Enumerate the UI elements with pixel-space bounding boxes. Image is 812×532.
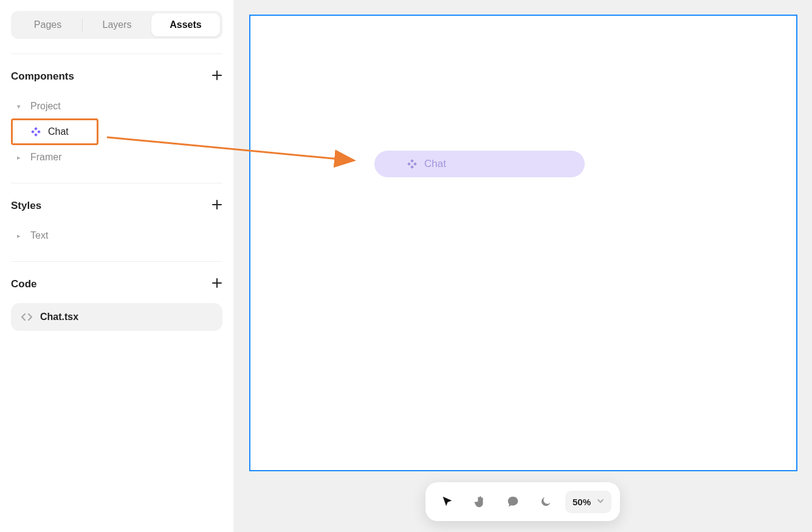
dark-mode-button[interactable] [532,488,559,515]
svg-rect-2 [31,130,35,134]
zoom-value: 50% [573,497,591,507]
hand-icon [473,495,487,508]
add-code-button[interactable] [212,276,222,292]
svg-rect-4 [410,159,414,163]
components-section: Components ▾ Project Chat ▸ [11,69,222,168]
tab-pages[interactable]: Pages [13,13,82,36]
svg-rect-0 [34,127,38,131]
tree-item-text[interactable]: ▸ Text [11,225,222,247]
tree-item-label: Project [30,101,61,112]
styles-section: Styles ▸ Text [11,183,222,247]
tree-item-label: Text [30,230,48,241]
caret-right-icon: ▸ [17,154,26,162]
code-section: Code Chat.tsx [11,261,222,331]
tree-item-project[interactable]: ▾ Project [11,95,222,117]
canvas-area[interactable]: Chat 50% [233,0,812,532]
component-icon [407,159,417,169]
moon-icon [539,495,552,508]
svg-rect-1 [34,133,38,137]
add-component-button[interactable] [212,69,222,84]
canvas-chat-component[interactable]: Chat [374,151,585,177]
canvas-frame[interactable]: Chat [249,15,797,471]
styles-section-title: Styles [11,200,41,212]
add-style-button[interactable] [212,198,222,214]
sidebar: Pages Layers Assets Components ▾ Project [0,0,233,532]
tab-assets[interactable]: Assets [151,13,220,36]
components-section-title: Components [11,70,74,83]
tree-item-framer[interactable]: ▸ Framer [11,146,222,168]
svg-rect-3 [37,130,41,134]
chevron-down-icon [597,497,604,506]
tab-layers[interactable]: Layers [83,13,151,36]
code-file-label: Chat.tsx [40,312,78,322]
component-icon [31,127,41,137]
code-section-title: Code [11,278,37,290]
caret-right-icon: ▸ [17,232,26,240]
plus-icon [212,278,222,288]
canvas-chat-label: Chat [424,158,446,170]
comment-tool-button[interactable] [500,488,526,515]
tree-item-label: Chat [48,126,69,137]
caret-down-icon: ▾ [17,103,26,111]
plus-icon [212,70,222,81]
cursor-tool-button[interactable] [434,488,461,515]
code-icon [21,311,33,323]
components-tree: ▾ Project Chat ▸ Framer [11,95,222,168]
tree-item-chat[interactable]: Chat [11,118,98,145]
cursor-icon [441,495,454,508]
zoom-control[interactable]: 50% [565,491,611,513]
tree-item-label: Framer [30,152,62,163]
canvas-toolbar: 50% [425,482,620,521]
hand-tool-button[interactable] [467,488,494,515]
svg-rect-6 [407,162,411,166]
code-file-item[interactable]: Chat.tsx [11,303,222,331]
plus-icon [212,199,222,210]
tabs: Pages Layers Assets [11,11,222,39]
divider [11,53,222,54]
svg-rect-5 [410,165,414,169]
styles-tree: ▸ Text [11,225,222,247]
chat-bubble-icon [506,495,520,508]
svg-rect-7 [413,162,417,166]
